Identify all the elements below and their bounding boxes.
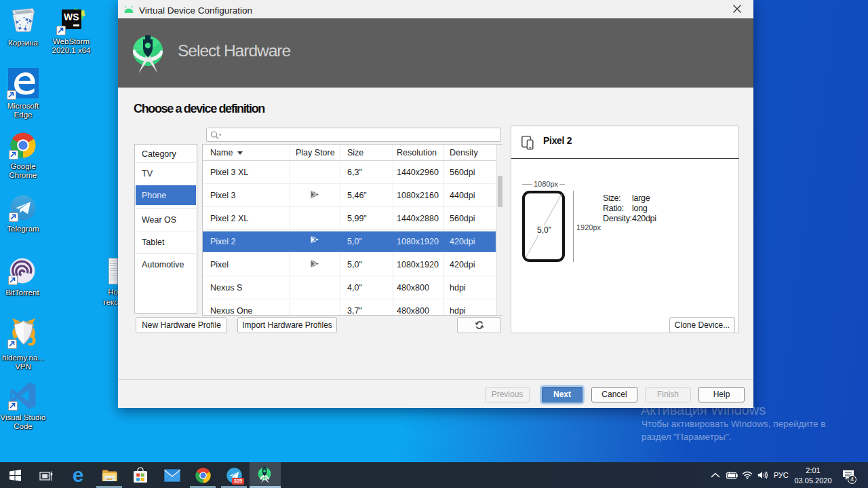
svg-text:WS: WS [64,12,79,22]
